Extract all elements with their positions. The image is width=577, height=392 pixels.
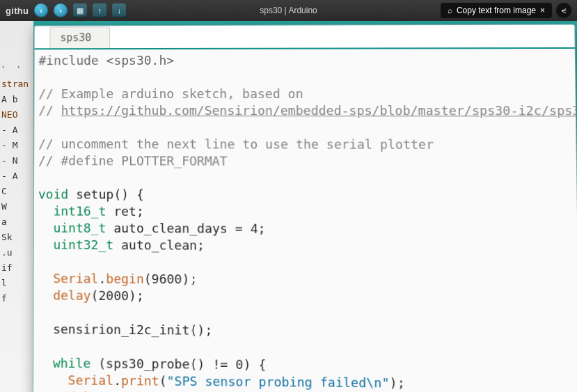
copy-text-label: Copy text from image [457,6,536,15]
bg-nav-back-icon: ‹ [1,59,14,72]
desktop-background: ‹ › stran A b NEO - A - M - N - A C W a … [0,21,577,392]
code-token: <sps30.h> [106,53,174,68]
arduino-ide-window: sps30 #include <sps30.h> // Example ardu… [33,24,577,392]
code-token: uint8_t [53,221,106,235]
window-title: sps30 | Arduino [260,6,317,15]
bg-text-fragment: .u [1,245,32,260]
code-editor[interactable]: #include <sps30.h> // Example arduino sk… [33,49,577,392]
editor-tab-sps30[interactable]: sps30 [50,26,111,48]
code-token [38,373,68,388]
new-file-icon[interactable]: ▦ [73,3,87,17]
code-token: ; [258,221,266,236]
code-token: begin [106,271,143,286]
code-token: void [38,187,68,201]
code-token: ); [390,375,405,391]
bg-text-fragment: C [1,184,32,199]
code-token: 9600 [152,272,182,287]
code-token [38,220,54,235]
code-token: delay [68,390,106,392]
camera-icon: ⌕ [448,6,452,15]
code-token: . [98,271,106,285]
code-token [38,355,53,370]
download-icon[interactable]: ↓ [112,3,126,17]
code-token: . [113,373,121,388]
code-token: ret; [106,204,143,219]
code-token: ); [182,272,197,286]
bg-text-fragment: l [1,276,32,291]
code-token: 4 [251,221,258,236]
bg-text-fragment: stran [1,77,32,92]
code-token [38,203,54,218]
bg-text-fragment: Sk [1,230,32,245]
bg-text-fragment: - M [1,138,32,153]
bg-text-fragment: - N [1,153,32,168]
code-token [38,271,54,285]
code-comment-link: https://github.com/Sensirion/embedded-sp… [61,103,577,118]
code-token: ( [159,373,167,389]
bg-text-fragment: NEO [1,107,32,123]
code-token: 0 [235,357,243,373]
nav-back-button[interactable]: ‹ [34,3,48,17]
code-token: 2000 [98,288,129,304]
background-window-fragment: ‹ › stran A b NEO - A - M - N - A C W a … [0,21,33,392]
code-comment: // uncomment the next line to use the se… [38,136,434,152]
bg-text-fragment: - A [1,168,32,184]
bg-text-fragment: - A [1,123,32,138]
code-token: auto_clean_days = [106,221,250,236]
code-token: Serial [68,373,113,388]
code-comment: // Example arduino sketch, based on [38,86,303,101]
os-top-bar: githu ‹ › ▦ ↑ ↓ sps30 | Arduino ⌕ Copy t… [0,0,577,21]
bg-text-fragment: W [1,199,32,214]
share-button[interactable]: ⪪ [556,3,571,18]
code-token: setup() { [68,187,144,201]
nav-forward-button[interactable]: › [54,3,68,17]
editor-tab-row: sps30 [35,25,575,50]
code-token [38,288,53,302]
bg-text-fragment: A b [1,92,32,107]
code-token: print [121,373,159,389]
code-token: Serial [53,271,98,286]
share-icon: ⪪ [560,6,568,15]
browser-tab-title: githu [6,6,29,16]
bg-text-fragment: if [1,260,32,276]
code-token: #include [39,53,106,68]
bg-text-fragment: f [1,291,32,306]
code-token: auto_clean; [113,237,205,253]
code-token [38,389,68,392]
bg-nav-forward-icon: › [17,59,29,72]
code-token: "SPS sensor probing failed\n" [167,373,390,390]
code-token: delay [53,288,90,303]
code-token: sensirion_i2c_init(); [38,322,212,338]
code-token: int16_t [54,203,106,218]
code-token: (sps30_probe() != [90,356,235,372]
upload-icon[interactable]: ↑ [93,3,106,17]
bg-text-fragment: a [1,214,32,230]
code-token: ( [144,272,152,286]
code-token: ) { [243,357,266,373]
code-token: while [53,356,90,371]
code-comment: // [38,103,61,118]
code-comment: // #define PLOTTER_FORMAT [38,153,228,168]
code-token: uint32_t [53,237,113,253]
code-token: ( [90,288,98,303]
code-token [38,237,54,252]
code-token: ); [129,288,144,303]
close-icon[interactable]: × [540,6,545,15]
copy-text-from-image-button[interactable]: ⌕ Copy text from image × [441,3,552,18]
